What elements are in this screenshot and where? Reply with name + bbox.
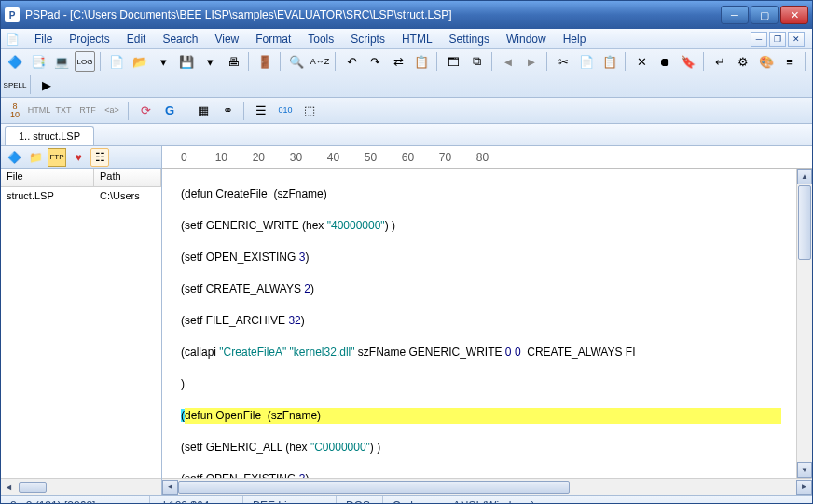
exit-button[interactable]: 🚪	[255, 51, 275, 72]
menu-settings[interactable]: Settings	[442, 31, 497, 48]
code-editor[interactable]: (defun CreateFile (szFname) (setf GENERI…	[162, 169, 812, 478]
mdi-minimize-button[interactable]: ─	[751, 32, 767, 47]
menu-tools[interactable]: Tools	[300, 31, 341, 48]
menu-format[interactable]: Format	[248, 31, 298, 48]
menubar: 📄 File Projects Edit Search View Format …	[1, 29, 812, 49]
find-button[interactable]: 🔍	[286, 51, 307, 72]
side-hex-icon[interactable]: 🔷	[5, 148, 23, 167]
toolbar-main: 🔷 📑 💻 LOG 📄 📂 ▾ 💾 ▾ 🖶 🚪 🔍 A↔Z ↶ ↷ ⇄ 📋 🗔 …	[1, 49, 812, 98]
mdi-close-button[interactable]: ✕	[788, 32, 805, 47]
replace-button[interactable]: A↔Z	[310, 51, 330, 72]
system-button[interactable]: 💻	[51, 51, 72, 72]
new-file-button[interactable]: 📄	[106, 51, 127, 72]
swap-button[interactable]: ⇄	[388, 51, 408, 72]
save-dropdown-button[interactable]: ▾	[200, 51, 220, 72]
vscroll-thumb[interactable]	[798, 185, 811, 260]
mdi-restore-button[interactable]: ❐	[769, 32, 786, 47]
filelist-header: File Path	[1, 169, 161, 187]
close-button[interactable]: ✕	[780, 6, 808, 24]
statusbar: 8 : 2 (131) [2868] d 100 $64 BEE Lisp DO…	[1, 495, 812, 504]
hscroll-left-icon[interactable]: ◄	[162, 480, 178, 495]
save-button[interactable]: 💾	[176, 51, 197, 72]
highlighter-button[interactable]: 🎨	[756, 51, 777, 72]
doc-icon: 📄	[5, 32, 20, 47]
compare-button[interactable]: ⧉	[466, 51, 487, 72]
menu-edit[interactable]: Edit	[119, 31, 154, 48]
sidebar-scroll-thumb[interactable]	[19, 482, 47, 493]
column-ruler: 0 10 20 30 40 50 60 70 80	[162, 146, 812, 169]
side-ftp-icon[interactable]: FTP	[48, 148, 66, 167]
open-recent-button[interactable]: ▾	[153, 51, 173, 72]
html-button[interactable]: HTML	[29, 101, 49, 121]
hscroll-thumb[interactable]	[178, 481, 570, 494]
code-button[interactable]: ⬚	[299, 101, 320, 121]
window-button[interactable]: 🗔	[443, 51, 463, 72]
tag-button[interactable]: <a>	[102, 101, 122, 121]
bookmark-button[interactable]: 🔖	[678, 51, 698, 72]
menu-window[interactable]: Window	[499, 31, 554, 48]
paste-button[interactable]: 📋	[599, 51, 620, 72]
header-file[interactable]: File	[1, 169, 94, 186]
editor-vscroll[interactable]: ▲ ▼	[796, 169, 812, 478]
log-button[interactable]: LOG	[75, 51, 95, 72]
scroll-left-icon[interactable]: ◄	[5, 483, 13, 492]
browser-button[interactable]: G	[159, 101, 180, 121]
txt-button[interactable]: TXT	[53, 101, 74, 121]
side-list-icon[interactable]: ☷	[90, 148, 109, 167]
file-tab[interactable]: 1.. struct.LSP	[5, 126, 94, 145]
forward-button[interactable]: ►	[521, 51, 542, 72]
file-list[interactable]: struct.LSP C:\Users	[1, 187, 161, 478]
cut-button[interactable]: ✂	[553, 51, 573, 72]
reload-button[interactable]: ⟳	[135, 101, 156, 121]
copy-button[interactable]: 📋	[411, 51, 432, 72]
rtf-button[interactable]: RTF	[77, 101, 98, 121]
window-title: PSPad - [C:\Users Documents\BEE LISP\sam…	[25, 8, 721, 21]
header-path[interactable]: Path	[94, 169, 161, 186]
file-cell-name: struct.LSP	[1, 189, 94, 202]
menu-projects[interactable]: Projects	[62, 31, 117, 48]
link-button[interactable]: ⚭	[217, 101, 238, 121]
vscroll-up-icon[interactable]: ▲	[797, 169, 812, 184]
side-favorites-icon[interactable]: ♥	[69, 148, 88, 167]
binary-button[interactable]: 010	[275, 101, 296, 121]
hscroll-right-icon[interactable]: ►	[796, 480, 812, 495]
ruler-text: 0 10 20 30 40 50 60 70 80	[181, 151, 489, 164]
titlebar: P PSPad - [C:\Users Documents\BEE LISP\s…	[1, 1, 812, 29]
sidebar-hscroll[interactable]: ◄	[1, 478, 161, 495]
run-button[interactable]: ▶	[36, 75, 57, 95]
menu-help[interactable]: Help	[556, 31, 594, 48]
redo-button[interactable]: ↷	[365, 51, 385, 72]
undo-button[interactable]: ↶	[341, 51, 362, 72]
print-button[interactable]: 🖶	[223, 51, 243, 72]
menu-search[interactable]: Search	[155, 31, 205, 48]
hscroll-track[interactable]	[178, 480, 796, 495]
align-button[interactable]: ☰	[251, 101, 271, 121]
vscroll-down-icon[interactable]: ▼	[797, 462, 812, 478]
open-button[interactable]: 📂	[130, 51, 150, 72]
new-button[interactable]: 🔷	[5, 51, 25, 72]
editor-hscroll[interactable]: ◄ ►	[162, 478, 812, 495]
menu-view[interactable]: View	[207, 31, 246, 48]
status-codepage: Code page: ANSI (Windows)	[383, 496, 812, 504]
hex-button[interactable]: 810	[5, 101, 25, 121]
macro-button[interactable]: ✕	[631, 51, 652, 72]
maximize-button[interactable]: ▢	[751, 6, 779, 24]
status-eol: DOS	[337, 496, 383, 504]
menu-html[interactable]: HTML	[394, 31, 440, 48]
selectall-button[interactable]: ▦	[193, 101, 214, 121]
menu-scripts[interactable]: Scripts	[343, 31, 393, 48]
wrap-button[interactable]: ↵	[710, 51, 730, 72]
record-button[interactable]: ⏺	[655, 51, 675, 72]
menu-file[interactable]: File	[27, 31, 60, 48]
bars-button[interactable]: ≡	[779, 51, 800, 72]
status-language: BEE Lisp	[243, 496, 337, 504]
minimize-button[interactable]: ─	[721, 6, 749, 24]
side-folder-icon[interactable]: 📁	[26, 148, 45, 167]
file-row[interactable]: struct.LSP C:\Users	[1, 187, 161, 204]
app-icon: P	[5, 7, 20, 22]
copy2-button[interactable]: 📄	[576, 51, 597, 72]
settings-button[interactable]: ⚙	[733, 51, 753, 72]
spell-button[interactable]: SPELL	[5, 75, 25, 95]
new-project-button[interactable]: 📑	[28, 51, 48, 72]
back-button[interactable]: ◄	[498, 51, 518, 72]
